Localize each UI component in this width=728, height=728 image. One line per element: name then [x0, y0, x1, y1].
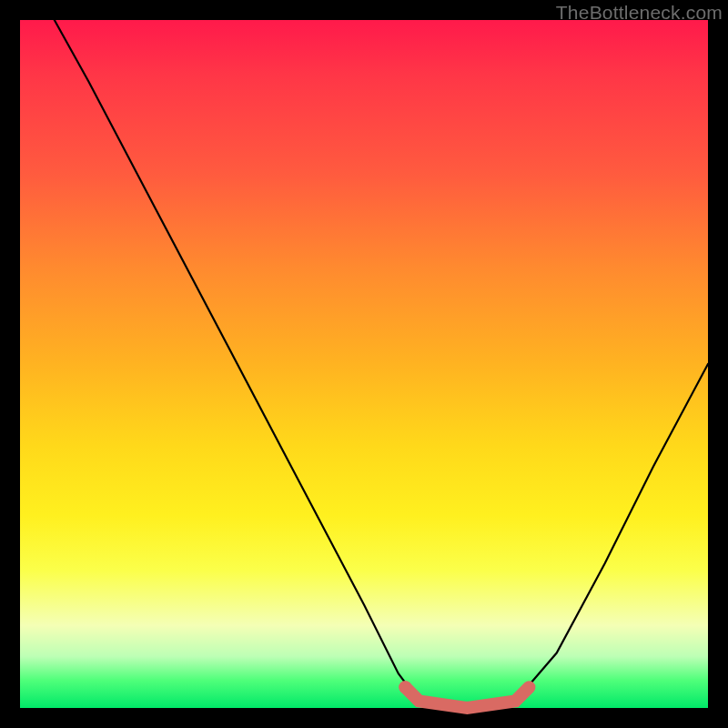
chart-frame: TheBottleneck.com — [0, 0, 728, 728]
highlight-dot — [399, 681, 411, 693]
highlight-band — [405, 687, 529, 708]
bottleneck-curve — [55, 20, 708, 708]
watermark-text: TheBottleneck.com — [556, 2, 723, 24]
curve-layer — [20, 20, 708, 708]
